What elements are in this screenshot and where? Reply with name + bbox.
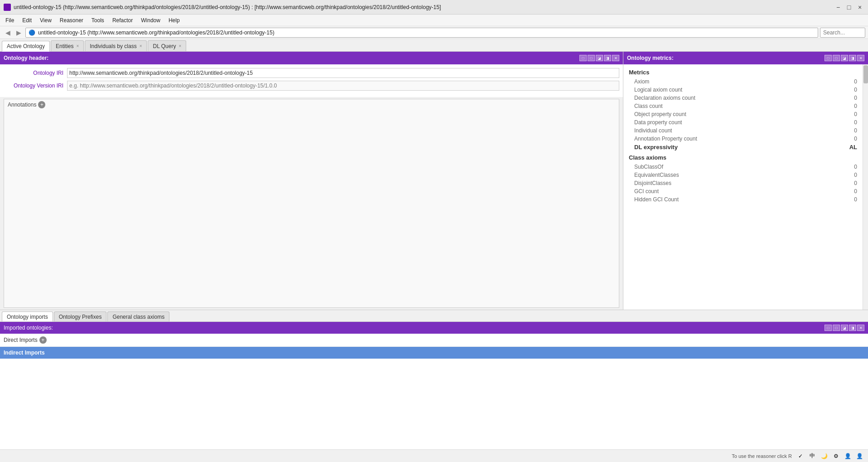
forward-button[interactable]: ▶ — [14, 28, 24, 38]
menu-window[interactable]: Window — [137, 16, 164, 25]
ontology-header-title: Ontology header: — [4, 55, 48, 61]
direct-imports-row: Direct Imports + — [4, 336, 864, 345]
imported-body: Direct Imports + — [0, 334, 868, 347]
back-button[interactable]: ◀ — [3, 28, 13, 38]
metric-value: 0 — [844, 119, 857, 126]
tab-entities-close[interactable]: × — [76, 44, 79, 49]
status-gear-icon[interactable]: ⚙ — [831, 451, 841, 461]
close-button[interactable]: × — [855, 3, 864, 12]
metrics-header-panel: Ontology metrics: □ □ ◪ ◨ ✕ — [623, 52, 868, 64]
tab-dl-query[interactable]: DL Query × — [148, 40, 186, 51]
import-tab-ontology-prefixes[interactable]: Ontology Prefixes — [54, 311, 107, 321]
tab-entities[interactable]: Entities × — [51, 40, 84, 51]
annotations-header: Annotations + — [4, 99, 619, 110]
menu-refactor[interactable]: Refactor — [109, 16, 136, 25]
menu-tools[interactable]: Tools — [88, 16, 108, 25]
top-section: Ontology header: □ □ ◪ ◨ ✕ Ontology IRI … — [0, 52, 868, 310]
imported-icon-5[interactable]: ✕ — [857, 325, 864, 331]
status-user-icon[interactable]: 👤 — [843, 451, 853, 461]
metric-value: 0 — [844, 180, 857, 186]
imported-icon-1[interactable]: □ — [825, 325, 832, 331]
metrics-icon-4[interactable]: ◨ — [849, 55, 856, 61]
panel-icon-1[interactable]: □ — [579, 55, 587, 61]
direct-imports-add-button[interactable]: + — [39, 336, 47, 344]
metric-value: 0 — [844, 78, 857, 85]
status-moon-icon[interactable]: 🌙 — [819, 451, 829, 461]
menu-file[interactable]: File — [2, 16, 18, 25]
annotations-add-button[interactable]: + — [38, 101, 45, 108]
tab-dl-query-close[interactable]: × — [178, 44, 181, 49]
status-icons: ✓ 中 🌙 ⚙ 👤 👤 — [796, 451, 864, 461]
version-iri-label: Ontology Version IRI — [4, 83, 67, 89]
nav-bar: ◀ ▶ 🔵 untitled-ontology-15 (http://www.s… — [0, 26, 868, 39]
menu-view[interactable]: View — [36, 16, 55, 25]
metric-name: Annotation Property count — [634, 136, 697, 142]
metric-name: Individual count — [634, 127, 672, 134]
scrollbar-thumb — [863, 65, 868, 83]
metrics-icon-5[interactable]: ✕ — [857, 55, 864, 61]
status-bar: To use the reasoner click R ✓ 中 🌙 ⚙ 👤 👤 — [0, 449, 868, 462]
metric-value: 0 — [844, 172, 857, 178]
import-tab-general-class-axioms[interactable]: General class axioms — [107, 311, 169, 321]
annotations-section: Annotations + — [4, 99, 619, 308]
metric-row: EquivalentClasses0 — [623, 171, 863, 179]
metric-value: 0 — [844, 196, 857, 203]
status-user2-icon[interactable]: 👤 — [854, 451, 864, 461]
tab-individuals-label: Individuals by class — [90, 43, 136, 49]
imported-icon-4[interactable]: ◨ — [849, 325, 856, 331]
panel-icon-2[interactable]: □ — [588, 55, 595, 61]
metrics-icon-2[interactable]: □ — [833, 55, 840, 61]
ontology-header-panel: Ontology header: □ □ ◪ ◨ ✕ — [0, 52, 623, 64]
app-icon — [4, 4, 11, 11]
metric-row: DisjointClasses0 — [623, 179, 863, 187]
metric-value: 0 — [844, 87, 857, 93]
metric-value: AL — [844, 144, 857, 151]
panel-icon-5[interactable]: ✕ — [612, 55, 619, 61]
nav-arrows: ◀ ▶ — [3, 28, 24, 38]
import-tab-ontology-imports[interactable]: Ontology imports — [2, 311, 53, 321]
address-icon: 🔵 — [29, 29, 35, 36]
window-controls: − □ × — [834, 3, 864, 12]
indirect-imports-header: Indirect Imports — [0, 347, 868, 359]
metric-row: Object property count0 — [623, 110, 863, 118]
metric-row: Annotation Property count0 — [623, 135, 863, 143]
menu-edit[interactable]: Edit — [19, 16, 35, 25]
tab-individuals-by-class[interactable]: Individuals by class × — [85, 40, 147, 51]
menu-reasoner[interactable]: Reasoner — [56, 16, 87, 25]
metric-row: GCI count0 — [623, 187, 863, 195]
metrics-icon-3[interactable]: ◪ — [841, 55, 848, 61]
metrics-scrollbar[interactable] — [863, 64, 868, 310]
menu-bar: File Edit View Reasoner Tools Refactor W… — [0, 15, 868, 26]
metric-name: Logical axiom count — [634, 87, 682, 93]
tab-active-ontology-label: Active Ontology — [7, 43, 45, 49]
panel-icon-3[interactable]: ◪ — [596, 55, 603, 61]
metrics-panel-icons: □ □ ◪ ◨ ✕ — [825, 55, 864, 61]
status-chinese-icon[interactable]: 中 — [807, 451, 817, 461]
imported-section: Imported ontologies: □ □ ◪ ◨ ✕ Direct Im… — [0, 322, 868, 462]
metrics-section-title: Metrics — [623, 66, 863, 78]
metric-name: DL expressivity — [634, 144, 678, 151]
imported-icon-2[interactable]: □ — [833, 325, 840, 331]
tab-active-ontology[interactable]: Active Ontology — [2, 41, 50, 52]
metric-value: 0 — [844, 95, 857, 101]
version-iri-input[interactable] — [67, 81, 619, 91]
minimize-button[interactable]: − — [834, 3, 843, 12]
version-iri-row: Ontology Version IRI — [4, 81, 619, 91]
metric-name: GCI count — [634, 188, 659, 195]
import-tabs: Ontology imports Ontology Prefixes Gener… — [0, 310, 868, 322]
imported-icon-3[interactable]: ◪ — [841, 325, 848, 331]
main-container: Ontology header: □ □ ◪ ◨ ✕ Ontology IRI … — [0, 52, 868, 462]
search-input[interactable] — [820, 28, 865, 38]
metrics-icon-1[interactable]: □ — [825, 55, 832, 61]
metric-row: Axiom0 — [623, 78, 863, 86]
menu-help[interactable]: Help — [165, 16, 183, 25]
metric-name: Axiom — [634, 78, 649, 85]
imported-header: Imported ontologies: □ □ ◪ ◨ ✕ — [0, 322, 868, 334]
address-bar[interactable]: 🔵 untitled-ontology-15 (http://www.seman… — [25, 28, 818, 38]
status-check-icon[interactable]: ✓ — [796, 451, 805, 461]
panel-icon-4[interactable]: ◨ — [604, 55, 611, 61]
left-panel: Ontology header: □ □ ◪ ◨ ✕ Ontology IRI … — [0, 52, 623, 310]
tab-individuals-close[interactable]: × — [140, 44, 142, 49]
maximize-button[interactable]: □ — [844, 3, 854, 12]
metrics-title: Ontology metrics: — [627, 55, 674, 61]
